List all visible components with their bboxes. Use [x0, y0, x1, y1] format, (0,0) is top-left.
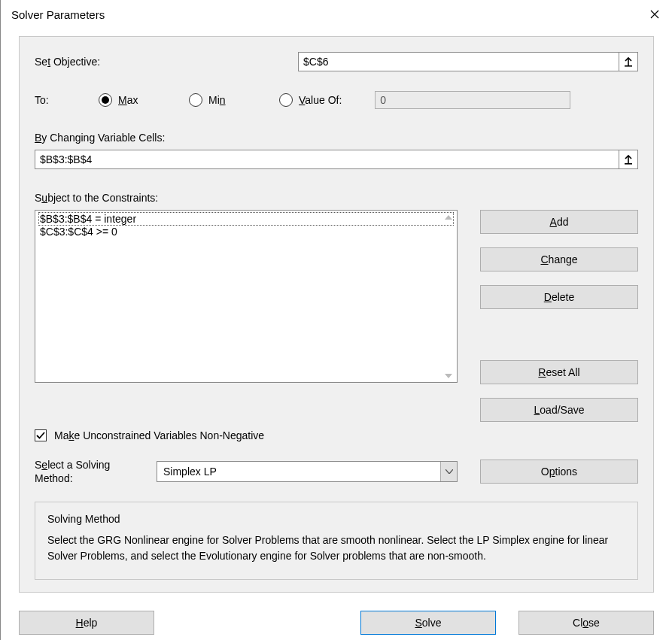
value-of-input	[375, 91, 570, 109]
window-title: Solver Parameters	[11, 8, 105, 21]
radio-value-of[interactable]: Value Of:	[279, 93, 342, 107]
help-button[interactable]: Help	[19, 611, 154, 635]
solving-method-select[interactable]: Simplex LP	[157, 461, 458, 482]
to-row: To: Max Min Value Of:	[35, 91, 638, 109]
dialog-body: Set Objective: To: Max Min Value Of:	[19, 36, 654, 593]
add-button[interactable]: Add	[480, 210, 638, 234]
method-row: Select a Solving Method: Simplex LP Opti…	[35, 458, 638, 485]
desc-heading: Solving Method	[47, 513, 625, 525]
title-bar: Solver Parameters	[1, 0, 672, 29]
changing-cells-range-picker-button[interactable]	[619, 150, 638, 169]
radio-max[interactable]: Max	[99, 93, 174, 107]
radio-max-label: Max	[118, 94, 138, 106]
constraints-area: $B$3:$B$4 = integer $C$3:$C$4 >= 0 Add C…	[35, 210, 638, 422]
solving-method-description: Solving Method Select the GRG Nonlinear …	[35, 502, 638, 580]
close-button[interactable]: Close	[518, 611, 654, 635]
dialog-footer: Help Solve Close	[1, 603, 672, 640]
list-item[interactable]: $B$3:$B$4 = integer	[38, 212, 454, 226]
radio-min-indicator	[189, 93, 202, 107]
options-button[interactable]: Options	[480, 460, 638, 484]
to-label: To:	[35, 94, 99, 106]
solve-button[interactable]: Solve	[360, 611, 496, 635]
method-label: Select a Solving Method:	[35, 458, 147, 485]
set-objective-label: Set Objective:	[35, 56, 298, 68]
delete-button[interactable]: Delete	[480, 285, 638, 309]
chevron-down-icon	[442, 369, 455, 382]
set-objective-input[interactable]	[298, 52, 619, 71]
chevron-down-icon	[440, 462, 457, 481]
radio-max-indicator	[99, 93, 112, 107]
set-objective-row: Set Objective:	[35, 52, 638, 71]
nonneg-label: Make Unconstrained Variables Non-Negativ…	[54, 429, 264, 441]
desc-text: Select the GRG Nonlinear engine for Solv…	[47, 532, 625, 564]
constraints-label: Subject to the Constraints:	[35, 192, 638, 204]
changing-cells-label: By Changing Variable Cells:	[35, 132, 638, 144]
svg-rect-1	[625, 163, 632, 165]
changing-cells-input[interactable]	[35, 150, 619, 169]
close-icon[interactable]	[637, 2, 672, 26]
list-item[interactable]: $C$3:$C$4 >= 0	[38, 226, 454, 238]
reset-all-button[interactable]: Reset All	[480, 360, 638, 384]
radio-min-label: Min	[208, 94, 226, 106]
solving-method-value: Simplex LP	[163, 466, 217, 478]
radio-value-of-label: Value Of:	[299, 94, 342, 106]
constraints-button-column: Add Change Delete Reset All Load/Save	[480, 210, 638, 422]
nonneg-checkbox-row[interactable]: Make Unconstrained Variables Non-Negativ…	[35, 429, 638, 441]
objective-range-picker-button[interactable]	[619, 52, 638, 71]
change-button[interactable]: Change	[480, 247, 638, 271]
radio-value-of-indicator	[279, 93, 293, 107]
load-save-button[interactable]: Load/Save	[480, 398, 638, 422]
constraints-list[interactable]: $B$3:$B$4 = integer $C$3:$C$4 >= 0	[35, 210, 458, 383]
changing-cells-row	[35, 150, 638, 169]
solver-parameters-dialog: Solver Parameters Set Objective: To: Max…	[0, 0, 672, 640]
svg-rect-0	[625, 65, 632, 67]
radio-min[interactable]: Min	[189, 93, 264, 107]
nonneg-checkbox[interactable]	[35, 429, 47, 441]
